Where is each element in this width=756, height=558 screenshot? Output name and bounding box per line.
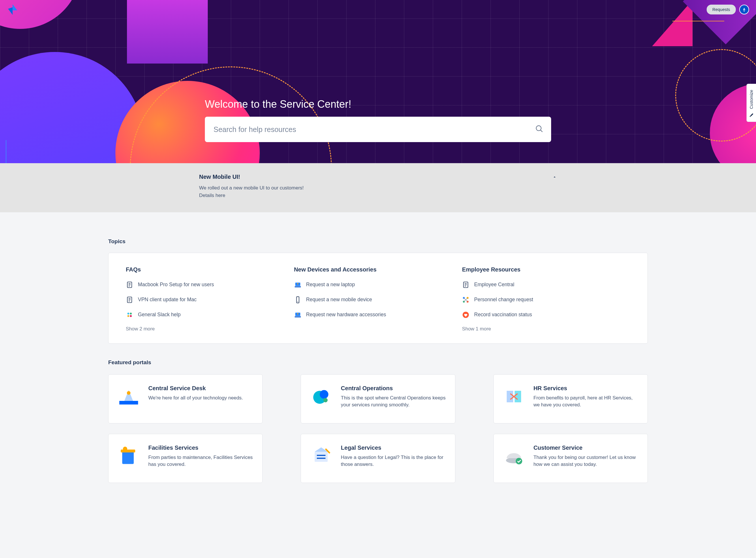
page-icon — [126, 281, 133, 288]
announcement-line1: We rolled out a new mobile UI to our cus… — [199, 184, 557, 192]
svg-rect-12 — [295, 316, 301, 317]
portals-heading: Featured portals — [108, 359, 648, 366]
topic-item[interactable]: Personnel change request — [462, 296, 630, 304]
portal-title: Facilities Services — [148, 445, 254, 451]
customize-label: Customize — [749, 90, 754, 109]
svg-point-24 — [323, 398, 328, 402]
svg-rect-25 — [507, 391, 513, 402]
customer-service-icon — [502, 445, 525, 467]
portal-desc: From parties to maintenance, Facilities … — [148, 454, 254, 468]
announcement-title: New Mobile UI! — [199, 174, 557, 180]
svg-rect-7 — [295, 286, 301, 287]
topics-heading: Topics — [108, 238, 648, 245]
portal-card[interactable]: Central Service Desk We're here for all … — [108, 374, 263, 424]
legal-icon — [309, 445, 333, 467]
svg-rect-20 — [119, 401, 138, 405]
requests-button[interactable]: Requests — [707, 5, 736, 15]
operations-icon — [309, 385, 333, 408]
svg-point-8 — [297, 283, 298, 284]
portal-title: HR Services — [534, 385, 639, 391]
nodes-icon — [462, 296, 469, 304]
topic-item[interactable]: Record vaccination status — [462, 311, 630, 319]
svg-point-2 — [127, 312, 129, 314]
portal-card[interactable]: HR Services From benefits to payroll, he… — [493, 374, 648, 424]
topics-card: FAQs Macbook Pro Setup for new users VPN… — [108, 253, 648, 344]
topic-item[interactable]: Request a new mobile device — [294, 296, 462, 304]
svg-point-5 — [130, 315, 132, 317]
portal-desc: We're here for all of your technology ne… — [148, 395, 243, 402]
page-icon — [462, 281, 469, 288]
laptop-icon — [294, 281, 301, 288]
svg-point-29 — [123, 447, 127, 451]
portal-card[interactable]: Central Operations This is the spot wher… — [301, 374, 455, 424]
chevron-up-icon — [552, 175, 557, 179]
phone-icon — [294, 296, 301, 304]
announcement-banner: New Mobile UI! We rolled out a new mobil… — [0, 163, 756, 212]
svg-point-21 — [127, 391, 131, 395]
topic-item[interactable]: VPN client update for Mac — [126, 296, 294, 304]
topic-item[interactable]: General Slack help — [126, 311, 294, 319]
portal-card[interactable]: Legal Services Have a question for Legal… — [301, 434, 455, 483]
hr-icon — [502, 385, 525, 408]
svg-point-4 — [127, 315, 129, 317]
svg-rect-27 — [123, 451, 134, 464]
svg-point-23 — [320, 390, 328, 399]
topic-item[interactable]: Employee Central — [462, 281, 630, 288]
customize-tab[interactable]: Customize — [747, 84, 756, 122]
show-more-link[interactable]: Show 2 more — [126, 326, 294, 332]
hero-banner: Requests Welcome to the Service Center! — [0, 0, 756, 163]
svg-point-10 — [297, 301, 298, 302]
service-desk-icon — [117, 385, 140, 408]
svg-point-32 — [516, 458, 522, 464]
welcome-title: Welcome to the Service Center! — [205, 98, 551, 110]
search-input[interactable] — [205, 117, 551, 142]
portal-card[interactable]: Customer Service Thank you for being our… — [493, 434, 648, 483]
topic-title: Employee Resources — [462, 266, 630, 273]
svg-point-13 — [297, 313, 298, 314]
search-icon — [536, 125, 543, 134]
facilities-icon — [117, 445, 140, 467]
portal-title: Central Service Desk — [148, 385, 243, 391]
collapse-button[interactable] — [552, 175, 557, 180]
announcement-line2[interactable]: Details here — [199, 192, 557, 199]
show-more-link[interactable]: Show 1 more — [462, 326, 630, 332]
page-icon — [126, 296, 133, 304]
portal-card[interactable]: Facilities Services From parties to main… — [108, 434, 263, 483]
portal-desc: This is the spot where Central Operation… — [341, 395, 446, 409]
portal-title: Legal Services — [341, 445, 446, 451]
portal-desc: Thank you for being our customer! Let us… — [534, 454, 639, 468]
topic-item[interactable]: Request a new laptop — [294, 281, 462, 288]
portal-title: Customer Service — [534, 445, 639, 451]
svg-rect-28 — [121, 449, 135, 452]
svg-rect-30 — [315, 452, 328, 462]
svg-rect-9 — [296, 297, 299, 303]
portal-desc: Have a question for Legal? This is the p… — [341, 454, 446, 468]
topic-item[interactable]: Request new hardware accessories — [294, 311, 462, 319]
slack-icon — [126, 311, 133, 319]
laptop-icon — [294, 311, 301, 319]
portal-desc: From benefits to payroll, here at HR Ser… — [534, 395, 639, 409]
svg-rect-26 — [514, 391, 521, 402]
portal-title: Central Operations — [341, 385, 446, 391]
pencil-icon — [749, 113, 754, 118]
topic-item[interactable]: Macbook Pro Setup for new users — [126, 281, 294, 288]
svg-point-3 — [130, 312, 132, 314]
topic-title: FAQs — [126, 266, 294, 273]
avatar[interactable] — [739, 5, 749, 15]
topic-title: New Devices and Accessories — [294, 266, 462, 273]
heart-icon — [462, 311, 469, 319]
app-logo[interactable] — [7, 3, 19, 16]
